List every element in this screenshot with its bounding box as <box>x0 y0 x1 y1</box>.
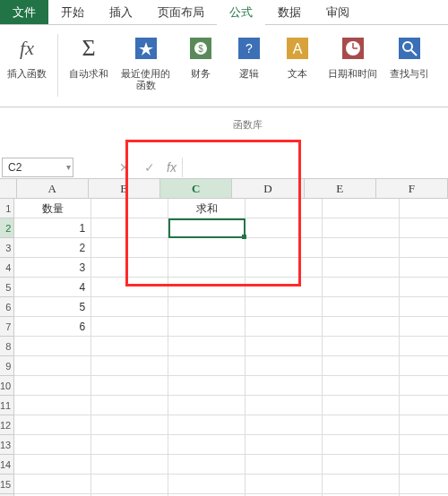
column-header-F[interactable]: F <box>376 179 448 198</box>
cell-B8[interactable] <box>91 337 168 356</box>
row-header-9[interactable]: 9 <box>0 356 14 376</box>
cell-B7[interactable] <box>91 317 168 337</box>
cell-C11[interactable] <box>168 396 246 415</box>
tab-home[interactable]: 开始 <box>48 0 97 24</box>
row-header-7[interactable]: 7 <box>0 317 14 337</box>
cell-D12[interactable] <box>246 415 323 435</box>
ribbon-autosum[interactable]: Σ 自动求和 <box>65 30 112 81</box>
cell-C10[interactable] <box>168 376 246 396</box>
ribbon-text[interactable]: A 文本 <box>276 30 319 81</box>
cell-F13[interactable] <box>400 435 448 455</box>
cell-F3[interactable] <box>400 238 448 258</box>
cell-F9[interactable] <box>400 356 448 376</box>
row-header-8[interactable]: 8 <box>0 337 14 356</box>
cell-B13[interactable] <box>91 435 168 455</box>
cell-D2[interactable] <box>246 218 323 238</box>
row-header-12[interactable]: 12 <box>0 415 14 435</box>
ribbon-insert-function[interactable]: fx 插入函数 <box>4 30 50 81</box>
cell-A1[interactable]: 数量 <box>14 199 91 218</box>
row-header-5[interactable]: 5 <box>0 278 14 297</box>
cell-B1[interactable] <box>91 199 168 218</box>
accept-icon[interactable]: ✓ <box>142 160 158 175</box>
cell-D6[interactable] <box>246 297 323 317</box>
cell-A5[interactable]: 4 <box>14 278 91 297</box>
cells-area[interactable]: 数量求和123456 <box>14 199 448 496</box>
tab-layout[interactable]: 页面布局 <box>145 0 217 24</box>
ribbon-recent[interactable]: 最近使用的 函数 <box>117 30 174 93</box>
cell-D11[interactable] <box>246 396 323 415</box>
cell-C2[interactable] <box>168 218 246 238</box>
row-header-14[interactable]: 14 <box>0 455 14 475</box>
cell-F6[interactable] <box>400 297 448 317</box>
cell-A6[interactable]: 5 <box>14 297 91 317</box>
row-header-4[interactable]: 4 <box>0 258 14 278</box>
cell-D3[interactable] <box>246 238 323 258</box>
cell-F15[interactable] <box>400 475 448 494</box>
cancel-icon[interactable]: ✕ <box>116 160 133 175</box>
cell-F7[interactable] <box>400 317 448 337</box>
cell-A9[interactable] <box>14 356 91 376</box>
cell-C14[interactable] <box>168 455 246 475</box>
cell-C13[interactable] <box>168 435 246 455</box>
cell-C8[interactable] <box>168 337 246 356</box>
cell-C1[interactable]: 求和 <box>168 199 246 218</box>
cell-E10[interactable] <box>323 376 400 396</box>
name-box[interactable]: C2 ▾ <box>2 158 73 177</box>
cell-F8[interactable] <box>400 337 448 356</box>
cell-A15[interactable] <box>14 475 91 494</box>
cell-B6[interactable] <box>91 297 168 317</box>
cell-B9[interactable] <box>91 356 168 376</box>
cell-B10[interactable] <box>91 376 168 396</box>
cell-B2[interactable] <box>91 218 168 238</box>
formula-input[interactable] <box>182 158 448 177</box>
select-all-corner[interactable] <box>0 179 17 198</box>
cell-D4[interactable] <box>246 258 323 278</box>
cell-E6[interactable] <box>323 297 400 317</box>
row-header-1[interactable]: 1 <box>0 199 14 218</box>
cell-D13[interactable] <box>246 435 323 455</box>
cell-C9[interactable] <box>168 356 246 376</box>
row-header-2[interactable]: 2 <box>0 218 14 238</box>
tab-insert[interactable]: 插入 <box>97 0 145 24</box>
cell-B5[interactable] <box>91 278 168 297</box>
cell-E2[interactable] <box>323 218 400 238</box>
ribbon-lookup[interactable]: 查找与引 <box>386 30 433 81</box>
cell-A3[interactable]: 2 <box>14 238 91 258</box>
cell-E4[interactable] <box>323 258 400 278</box>
cell-A4[interactable]: 3 <box>14 258 91 278</box>
column-header-D[interactable]: D <box>232 179 304 198</box>
cell-B3[interactable] <box>91 238 168 258</box>
fx-icon[interactable]: fx <box>167 160 177 175</box>
ribbon-logical[interactable]: ? 逻辑 <box>228 30 271 81</box>
ribbon-financial[interactable]: $ 财务 <box>179 30 222 81</box>
cell-D9[interactable] <box>246 356 323 376</box>
cell-E1[interactable] <box>323 199 400 218</box>
cell-D15[interactable] <box>246 475 323 494</box>
cell-F2[interactable] <box>400 218 448 238</box>
cell-F14[interactable] <box>400 455 448 475</box>
cell-F11[interactable] <box>400 396 448 415</box>
cell-C4[interactable] <box>168 258 246 278</box>
ribbon-datetime[interactable]: 日期和时间 <box>324 30 381 81</box>
cell-C6[interactable] <box>168 297 246 317</box>
cell-D8[interactable] <box>246 337 323 356</box>
tab-data[interactable]: 数据 <box>265 0 314 24</box>
cell-A11[interactable] <box>14 396 91 415</box>
cell-E3[interactable] <box>323 238 400 258</box>
cell-B15[interactable] <box>91 475 168 494</box>
cell-D10[interactable] <box>246 376 323 396</box>
cell-A2[interactable]: 1 <box>14 218 91 238</box>
cell-C5[interactable] <box>168 278 246 297</box>
cell-F10[interactable] <box>400 376 448 396</box>
cell-E9[interactable] <box>323 356 400 376</box>
cell-E12[interactable] <box>323 415 400 435</box>
cell-D7[interactable] <box>246 317 323 337</box>
row-header-6[interactable]: 6 <box>0 297 14 317</box>
cell-B4[interactable] <box>91 258 168 278</box>
cell-A13[interactable] <box>14 435 91 455</box>
column-header-A[interactable]: A <box>17 179 89 198</box>
cell-D14[interactable] <box>246 455 323 475</box>
row-header-3[interactable]: 3 <box>0 238 14 258</box>
cell-C3[interactable] <box>168 238 246 258</box>
cell-B14[interactable] <box>91 455 168 475</box>
